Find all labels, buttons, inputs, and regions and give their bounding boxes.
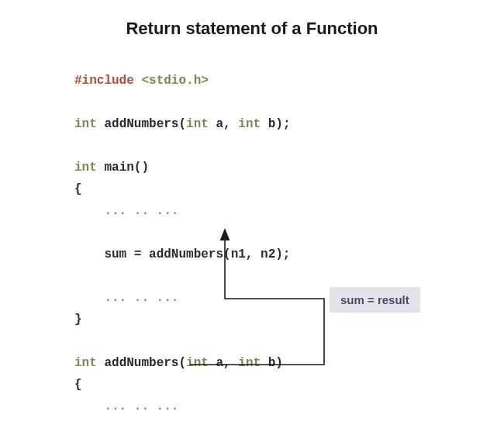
proto-param1-type: int [186,117,209,131]
def-param1-name: a [216,356,223,370]
include-header: <stdio.h> [141,74,208,88]
ellipsis: ... .. ... [104,400,178,413]
def-param2-name: b [268,356,276,370]
proto-fn-name: addNumbers [104,117,178,131]
call-eq: = [126,247,149,261]
page-title: Return statement of a Function [0,0,504,39]
ellipsis: ... .. ... [104,291,178,305]
call-fn: addNumbers [149,247,223,261]
call-lhs: sum [104,247,126,261]
proto-return-type: int [74,117,97,131]
proto-param1-name: a [216,117,223,131]
proto-param2-name: b [268,117,276,131]
def-param2-type: int [238,356,261,370]
proto-param2-type: int [238,117,261,131]
main-return-type: int [74,161,97,175]
call-arg2: n2 [261,247,275,261]
def-param1-type: int [186,356,209,370]
main-fn-name: main [104,161,133,175]
def-return-type: int [74,356,97,370]
include-directive: #include [74,74,134,88]
def-fn-name: addNumbers [104,356,178,370]
code-example: #include <stdio.h> int addNumbers(int a,… [74,70,291,422]
ellipsis: ... .. ... [104,204,178,218]
annotation-label: sum = result [330,287,420,313]
call-arg1: n1 [231,247,246,261]
